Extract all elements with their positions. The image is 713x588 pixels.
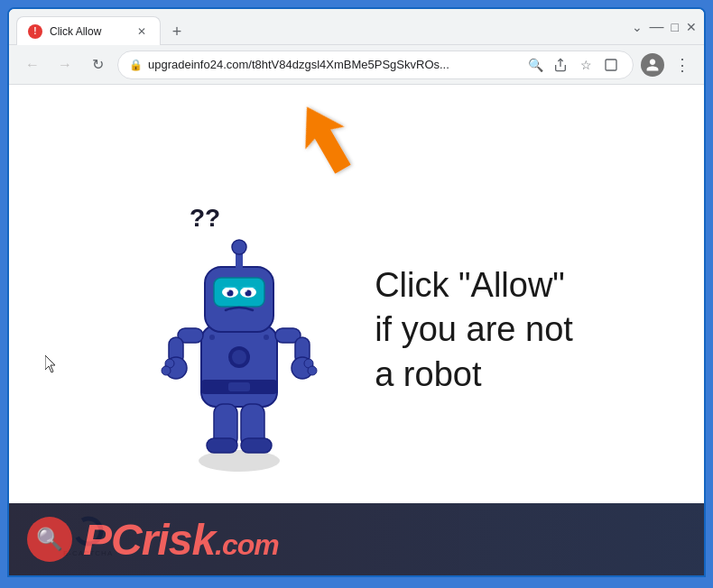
svg-point-38 bbox=[264, 335, 269, 340]
maximize-button[interactable]: □ bbox=[671, 20, 679, 34]
page-content: ?? bbox=[9, 85, 704, 575]
captcha-line-1: Click "Allow" bbox=[375, 263, 573, 308]
svg-point-23 bbox=[162, 366, 171, 375]
svg-point-28 bbox=[308, 366, 317, 375]
active-tab[interactable]: Click Allow ✕ bbox=[16, 16, 161, 45]
main-content: ?? bbox=[9, 85, 704, 575]
svg-rect-30 bbox=[207, 438, 237, 453]
toolbar: ← → ↻ 🔒 upgradeinfo24.com/t8htV84dzgsl4X… bbox=[9, 45, 704, 85]
profile-icon[interactable] bbox=[641, 53, 664, 77]
minimize-button[interactable]: — bbox=[650, 19, 664, 35]
svg-rect-8 bbox=[228, 382, 250, 391]
pcrisk-domain: .com bbox=[215, 528, 279, 561]
refresh-button[interactable]: ↻ bbox=[85, 52, 110, 78]
svg-text:??: ?? bbox=[190, 204, 220, 232]
svg-point-34 bbox=[244, 289, 247, 292]
tab-strip-menu-icon[interactable]: ⌄ bbox=[632, 20, 643, 34]
bookmark-icon[interactable]: ☆ bbox=[575, 54, 597, 76]
svg-point-18 bbox=[232, 240, 246, 254]
tab-strip: Click Allow ✕ + bbox=[16, 9, 625, 44]
svg-rect-32 bbox=[241, 438, 272, 453]
svg-point-37 bbox=[209, 335, 215, 340]
address-actions: 🔍 ☆ bbox=[524, 54, 622, 76]
captcha-line-3: a robot bbox=[375, 353, 573, 397]
captcha-message: Click "Allow" if you are not a robot bbox=[375, 263, 573, 397]
url-text: upgradeinfo24.com/t8htV84dzgsl4XmBMe5PSg… bbox=[148, 58, 519, 71]
back-button[interactable]: ← bbox=[20, 52, 45, 78]
address-bar[interactable]: 🔒 upgradeinfo24.com/t8htV84dzgsl4XmBMe5P… bbox=[117, 51, 634, 79]
pcrisk-risk: risk bbox=[142, 516, 215, 564]
browser-window: Click Allow ✕ + ⌄ — □ ✕ ← → ↻ 🔒 upgradei… bbox=[7, 7, 706, 577]
pcrisk-brand-text: PCrisk.com bbox=[83, 515, 279, 565]
forward-button[interactable]: → bbox=[52, 52, 78, 78]
tab-close-button[interactable]: ✕ bbox=[134, 24, 149, 39]
svg-rect-1 bbox=[606, 60, 616, 70]
svg-point-4 bbox=[199, 450, 280, 472]
pcrisk-watermark: PCrisk.com bbox=[9, 503, 704, 575]
search-icon[interactable]: 🔍 bbox=[524, 54, 546, 76]
window-controls: ⌄ — □ ✕ bbox=[632, 19, 697, 35]
robot-image: ?? bbox=[140, 177, 338, 483]
close-button[interactable]: ✕ bbox=[686, 20, 697, 34]
svg-point-33 bbox=[226, 289, 229, 292]
captcha-line-2: if you are not bbox=[375, 308, 573, 352]
pcrisk-logo-icon bbox=[27, 517, 72, 562]
svg-rect-11 bbox=[214, 278, 264, 307]
tab-title: Click Allow bbox=[50, 25, 127, 38]
share-icon[interactable] bbox=[550, 54, 571, 76]
new-tab-button[interactable]: + bbox=[164, 19, 190, 44]
tab-favicon bbox=[28, 24, 42, 39]
menu-icon[interactable]: ⋮ bbox=[671, 54, 693, 76]
extension-icon[interactable] bbox=[600, 54, 622, 76]
title-bar: Click Allow ✕ + ⌄ — □ ✕ bbox=[9, 9, 704, 45]
pcrisk-pc: PC bbox=[83, 516, 142, 564]
svg-point-36 bbox=[232, 350, 246, 364]
lock-icon: 🔒 bbox=[129, 59, 143, 71]
